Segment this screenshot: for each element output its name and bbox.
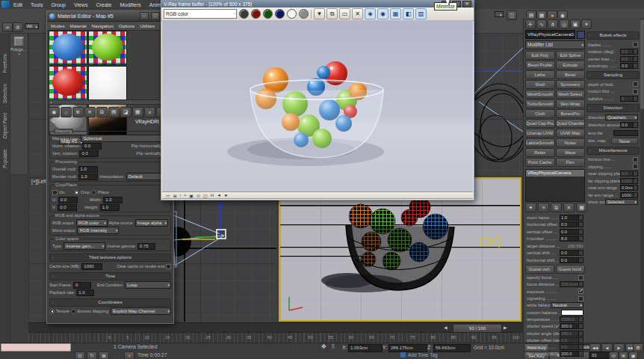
- modifier-button[interactable]: Bevel: [556, 70, 586, 79]
- mono-output-dropdown[interactable]: RGB intensity: [77, 227, 119, 234]
- modifier-button[interactable]: Extrude: [556, 61, 586, 70]
- menu-item[interactable]: Options: [119, 23, 134, 28]
- texture-radio[interactable]: [49, 309, 55, 314]
- green-channel-button[interactable]: [263, 9, 273, 19]
- track-bar[interactable]: 0510152025303540455055606570758085909510…: [28, 332, 523, 343]
- show-end-result-icon[interactable]: ≡: [144, 107, 155, 117]
- selection-lock-icon[interactable]: ▯: [332, 343, 335, 349]
- modifier-button[interactable]: Quad Chamfer: [556, 119, 586, 128]
- slots-hscrollbar[interactable]: ◂▸: [49, 99, 164, 105]
- offset-mode-icon[interactable]: ↻: [87, 352, 97, 359]
- guess-button[interactable]: Guess horiz.: [556, 265, 585, 274]
- get-material-icon[interactable]: ◉: [49, 107, 60, 117]
- history-icon[interactable]: H: [211, 193, 214, 198]
- transform-typein-icon[interactable]: ✥: [321, 343, 326, 350]
- reset-map-icon[interactable]: ✕: [84, 107, 96, 117]
- object-name-field[interactable]: VRayPhysicalCamera01: [525, 30, 575, 39]
- place-radio[interactable]: [91, 190, 96, 195]
- end-condition-dropdown[interactable]: Loop: [125, 281, 171, 289]
- modifier-button[interactable]: Wave: [556, 148, 586, 157]
- rgb-output-dropdown[interactable]: RGB color: [76, 219, 108, 227]
- assign-material-icon[interactable]: ⊕: [72, 107, 84, 117]
- rollout-tiled-textures[interactable]: Tiled textures options: [49, 254, 171, 262]
- rollout-distortion[interactable]: Distortion: [586, 104, 640, 112]
- mono-channel-button[interactable]: [239, 9, 249, 19]
- modifier-button[interactable]: BonesPro: [556, 109, 586, 118]
- white-channel-button[interactable]: [287, 9, 297, 19]
- ribbon-tab[interactable]: Populate: [2, 150, 7, 168]
- close-button[interactable]: ✕: [462, 1, 471, 7]
- maxscript-mini-listener[interactable]: [1, 343, 71, 352]
- modifier-button[interactable]: Noise: [556, 138, 586, 147]
- next-image-icon[interactable]: ►: [224, 193, 229, 198]
- selection-filter-dropdown[interactable]: All: [25, 23, 39, 29]
- horiz-rotation-field[interactable]: 0.0: [82, 143, 102, 150]
- ribbon-tab[interactable]: Selection: [2, 84, 7, 103]
- levels-icon[interactable]: ≈: [184, 193, 186, 198]
- isolate-toggle-icon[interactable]: ⊡: [75, 352, 85, 359]
- menu-item[interactable]: Navigation: [92, 23, 114, 28]
- object-color-swatch[interactable]: [577, 31, 585, 39]
- save-image-icon[interactable]: ▼: [314, 8, 325, 19]
- overall-mult-field[interactable]: 1.0: [78, 166, 98, 173]
- vert-rotation-field[interactable]: 0.0: [79, 150, 99, 157]
- menu-item[interactable]: Modifiers: [120, 2, 140, 7]
- app-icon[interactable]: [1, 1, 10, 8]
- menu-item[interactable]: Material: [70, 23, 87, 28]
- modifier-button[interactable]: Lathe: [525, 70, 555, 79]
- crop-u-field[interactable]: 0.0: [58, 197, 78, 203]
- ribbon-tab[interactable]: Freeform: [2, 54, 7, 73]
- tab-motion[interactable]: ◎: [559, 19, 569, 29]
- put-to-scene-icon[interactable]: ⌂: [61, 107, 72, 117]
- stamp-icon[interactable]: ▭: [166, 193, 170, 198]
- reference-coordsys-dropdown[interactable]: [495, 11, 504, 17]
- modifier-list-dropdown[interactable]: Modifier List: [525, 40, 585, 49]
- modifier-button[interactable]: Relax: [525, 148, 555, 157]
- material-editor-titlebar[interactable]: Material Editor - Map #5 – □ ✕: [47, 11, 173, 22]
- alpha-channel-button[interactable]: [299, 9, 309, 19]
- color-correction-icon[interactable]: ◧: [403, 8, 414, 19]
- menu-item[interactable]: Modes: [51, 23, 65, 28]
- modifier-button[interactable]: TurboSmooth: [525, 99, 555, 108]
- duplicate-to-host-icon[interactable]: ◈: [365, 8, 376, 19]
- current-frame-field[interactable]: 93: [589, 352, 610, 359]
- material-slot-2[interactable]: [88, 31, 127, 65]
- modifier-button[interactable]: Skin Wrap: [556, 99, 586, 108]
- stack-item[interactable]: VRayPhysicalCamera: [526, 170, 584, 177]
- add-time-tag[interactable]: Add Time Tag: [408, 352, 438, 358]
- rollout-miscellaneous[interactable]: Miscellaneous: [586, 147, 640, 155]
- crop-v-field[interactable]: 0.0: [58, 204, 77, 211]
- command-panel-scrollbar[interactable]: [640, 18, 644, 343]
- info-icon[interactable]: i: [180, 193, 181, 198]
- tab-modify[interactable]: ∿: [536, 19, 547, 29]
- maximize-button[interactable]: □: [151, 12, 160, 20]
- material-slot-4[interactable]: [88, 66, 127, 100]
- vfb-image[interactable]: [162, 20, 473, 193]
- coord-z-field[interactable]: 56.663cm: [433, 344, 471, 352]
- color-space-type-dropdown[interactable]: Inverse gam...: [64, 242, 105, 250]
- prev-image-icon[interactable]: ◄: [217, 193, 221, 198]
- modifier-button[interactable]: Mesh Select: [556, 90, 586, 99]
- ribbon-panel-polygon-modeling[interactable]: Polygon Modeling ▾: [10, 33, 28, 175]
- coord-y-field[interactable]: 286.175cm: [388, 344, 427, 352]
- minimize-button[interactable]: –: [140, 12, 149, 20]
- start-frame-field[interactable]: 0: [73, 282, 91, 289]
- clone-buffer-icon[interactable]: ⧉: [326, 8, 338, 19]
- clear-cache-checkbox[interactable]: [166, 264, 171, 269]
- pin-stack-icon[interactable]: ✦: [525, 203, 536, 212]
- ribbon-tab[interactable]: Object Paint: [2, 113, 7, 138]
- menu-item[interactable]: Utilities: [140, 23, 155, 28]
- unlink-selection-icon[interactable]: ⊘: [13, 22, 23, 32]
- rollout-time[interactable]: Time: [49, 272, 171, 280]
- modifier-button[interactable]: Shell: [525, 80, 555, 89]
- pixel-info-icon[interactable]: ▨: [415, 8, 427, 19]
- vfb-titlebar[interactable]: V-Ray frame buffer - [100% of 500 x 375]…: [161, 1, 474, 7]
- material-slot-3[interactable]: [49, 66, 87, 100]
- modifier-button[interactable]: Unwrap UVW: [525, 129, 555, 138]
- viewport-label[interactable]: [+][Left]: [31, 179, 47, 184]
- remove-modifier-icon[interactable]: ✕: [563, 203, 575, 212]
- mirror-icon[interactable]: ◫: [507, 10, 517, 20]
- modifier-button[interactable]: Point Cache: [525, 158, 555, 167]
- modifier-button[interactable]: LatticeSmooth: [525, 138, 555, 147]
- sample-eyedropper-icon[interactable]: ✎: [50, 118, 55, 125]
